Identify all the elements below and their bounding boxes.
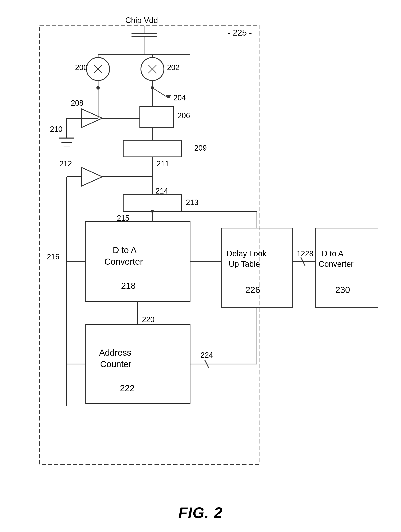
circuit-diagram: - 225 - Chip Vdd 200 <box>23 8 378 500</box>
svg-rect-22 <box>140 107 173 128</box>
label-212: 212 <box>59 159 72 168</box>
label-202: 202 <box>167 63 180 72</box>
addr-num: 222 <box>120 383 135 393</box>
svg-marker-37 <box>81 167 102 186</box>
dac1-label-line1: D to A <box>113 245 137 255</box>
lut-label-line1: Delay Look <box>227 249 267 258</box>
label-208: 208 <box>71 99 83 107</box>
dac1-num: 218 <box>121 281 136 291</box>
svg-line-19 <box>152 88 169 98</box>
label-206: 206 <box>177 111 190 120</box>
label-200: 200 <box>75 63 88 72</box>
svg-point-63 <box>151 210 154 213</box>
label-215: 215 <box>117 214 129 222</box>
label-225: - 225 - <box>228 28 252 37</box>
label-224: 224 <box>200 351 213 359</box>
label-216: 216 <box>47 253 59 261</box>
figure-label: FIG. 2 <box>178 504 223 521</box>
addr-label-line2: Counter <box>100 359 131 369</box>
label-1228: 1228 <box>297 249 313 258</box>
chip-vdd-label: Chip Vdd <box>125 16 158 25</box>
label-213: 213 <box>186 198 198 207</box>
lut-num: 226 <box>245 285 260 295</box>
svg-rect-35 <box>123 140 182 157</box>
dac2-num: 230 <box>335 285 350 295</box>
label-220: 220 <box>142 315 155 324</box>
addr-label-line1: Address <box>99 348 131 358</box>
svg-rect-0 <box>39 25 259 464</box>
label-209: 209 <box>194 144 207 152</box>
lut-label-line2: Up Table <box>229 260 260 268</box>
dac1-label-line2: Converter <box>104 257 143 266</box>
label-210: 210 <box>50 125 63 133</box>
dac2-label-line2: Converter <box>319 260 354 268</box>
svg-rect-42 <box>123 195 182 211</box>
label-214: 214 <box>156 187 168 195</box>
label-204: 204 <box>173 94 186 102</box>
dac2-label-line1: D to A <box>322 249 344 258</box>
label-211: 211 <box>157 159 169 168</box>
